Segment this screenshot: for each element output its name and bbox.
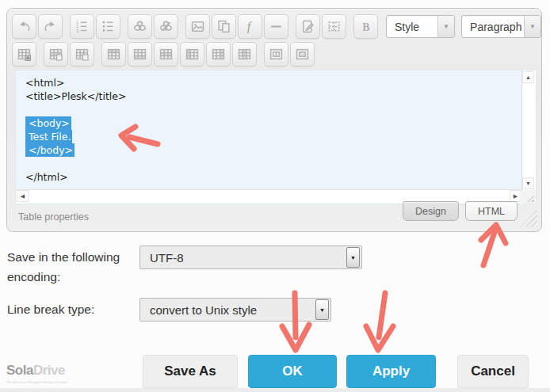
- svg-text:3: 3: [76, 29, 78, 33]
- table-row-properties-icon: [49, 48, 63, 61]
- soladrive-logo: SolaDrive The Enterprise Managed Solutio…: [6, 365, 101, 388]
- code-line: <html>: [25, 76, 522, 89]
- scroll-right-icon[interactable]: ▶: [510, 190, 521, 202]
- table-cell-properties-icon: [75, 48, 89, 61]
- scroll-down-icon[interactable]: ▼: [522, 177, 534, 189]
- merge-cells-icon: [296, 48, 309, 61]
- insert-link-button[interactable]: [128, 14, 152, 39]
- style-select[interactable]: Style ▼: [386, 15, 455, 38]
- split-merged-cells-icon: [269, 48, 283, 61]
- redo-button[interactable]: [38, 14, 63, 39]
- statusbar-path: Table properties: [18, 211, 89, 223]
- undo-icon: [17, 20, 31, 33]
- view-tabs: Design HTML: [403, 201, 518, 221]
- insert-link-icon: [133, 20, 147, 33]
- cancel-button[interactable]: Cancel: [457, 355, 529, 388]
- insert-column-after-icon: [212, 48, 225, 61]
- line-break-select-value: convert to Unix style: [140, 303, 315, 317]
- svg-text:f: f: [247, 20, 253, 33]
- insert-table-button[interactable]: [12, 42, 36, 67]
- code-content: <html><title>Plesk</title> <body> Test F…: [16, 70, 522, 190]
- paragraph-select[interactable]: Paragraph ▼: [461, 15, 541, 38]
- paragraph-select-value: Paragraph: [462, 21, 524, 33]
- apply-button[interactable]: Apply: [346, 355, 436, 388]
- delete-row-icon: [159, 48, 173, 61]
- edit-html-source-button[interactable]: [296, 14, 320, 39]
- save-as-button[interactable]: Save As: [143, 355, 238, 388]
- horizontal-rule-icon: [269, 20, 283, 33]
- toggle-guidelines-button[interactable]: [322, 14, 346, 39]
- code-line: </html>: [25, 170, 522, 184]
- edit-html-source-icon: [301, 20, 315, 33]
- delete-column-icon: [238, 48, 251, 61]
- insert-column-before-button[interactable]: [180, 42, 204, 67]
- scroll-up-icon[interactable]: ▲: [522, 71, 534, 83]
- logo-text-secondary: Drive: [33, 363, 65, 378]
- insert-row-after-button[interactable]: [128, 42, 152, 67]
- split-merged-cells-button[interactable]: [264, 42, 288, 67]
- insert-column-after-button[interactable]: [206, 42, 231, 67]
- scroll-left-icon[interactable]: ◀: [17, 190, 29, 202]
- code-line: [25, 103, 522, 116]
- insert-flash-icon: f: [243, 20, 257, 33]
- insert-row-after-icon: [133, 48, 147, 61]
- remove-link-button[interactable]: [154, 14, 178, 39]
- logo-tagline: The Enterprise Managed Solutions Provide…: [6, 377, 101, 388]
- table-cell-properties-button[interactable]: [70, 42, 94, 67]
- unordered-list-button[interactable]: [96, 14, 120, 39]
- merge-cells-button[interactable]: [290, 42, 315, 67]
- vertical-scrollbar[interactable]: ▲ ▼: [521, 70, 536, 190]
- chevron-down-icon: ▼: [346, 247, 360, 268]
- insert-column-before-icon: [185, 48, 199, 61]
- window-bottom-edge: [0, 388, 550, 392]
- chevron-down-icon: ▼: [524, 16, 540, 37]
- insert-row-before-button[interactable]: [101, 42, 126, 67]
- panel-resize-grip[interactable]: [520, 210, 537, 227]
- encoding-select-value: UTF-8: [140, 251, 346, 265]
- insert-image-button[interactable]: [185, 14, 210, 39]
- code-line: <title>Plesk</title>: [25, 89, 522, 103]
- code-line-selected: <body>: [25, 116, 522, 130]
- bold-button[interactable]: B: [353, 14, 378, 39]
- remove-link-icon: [159, 20, 173, 33]
- toggle-guidelines-icon: [327, 20, 341, 33]
- unordered-list-icon: [101, 20, 115, 33]
- insert-table-icon: [17, 48, 31, 61]
- line-break-select[interactable]: convert to Unix style ▼: [139, 298, 331, 322]
- annotation-arrow-apply-button: [360, 290, 398, 355]
- ordered-list-icon: 123: [75, 20, 89, 33]
- html-source-textarea[interactable]: <html><title>Plesk</title> <body> Test F…: [15, 70, 537, 204]
- plesk-file-editor-window: { "editor": { "toolbar": { "style_select…: [0, 0, 550, 392]
- chevron-down-icon: ▼: [437, 16, 454, 37]
- style-select-value: Style: [387, 21, 437, 33]
- line-break-label: Line break type:: [7, 299, 94, 319]
- ok-button[interactable]: OK: [248, 355, 337, 388]
- horizontal-rule-button[interactable]: [264, 14, 288, 39]
- toolbar-row-2: [7, 39, 541, 67]
- insert-flash-button[interactable]: f: [238, 14, 262, 39]
- redo-icon: [44, 20, 57, 33]
- delete-column-button[interactable]: [232, 42, 257, 67]
- paste-icon: [217, 20, 231, 33]
- code-line-selected: Test File.: [25, 130, 522, 143]
- paste-button[interactable]: [212, 14, 236, 39]
- encoding-label: Save in the following encoding:: [7, 247, 139, 287]
- tab-html[interactable]: HTML: [465, 201, 518, 221]
- textarea-resize-grip[interactable]: [522, 190, 536, 204]
- chevron-down-icon: ▼: [315, 299, 329, 320]
- logo-text-primary: Sola: [6, 363, 33, 378]
- insert-image-icon: [191, 20, 204, 33]
- table-row-properties-button[interactable]: [44, 42, 68, 67]
- code-line: [25, 157, 522, 170]
- bold-icon: B: [359, 20, 372, 33]
- insert-row-before-icon: [107, 48, 120, 61]
- toolbar-row-1: 123fB Style ▼ Paragraph ▼: [7, 9, 541, 39]
- undo-button[interactable]: [12, 14, 36, 39]
- encoding-select[interactable]: UTF-8 ▼: [139, 245, 362, 269]
- delete-row-button[interactable]: [154, 42, 178, 67]
- editor-panel: 123fB Style ▼ Paragraph ▼ <html><title>P…: [6, 8, 542, 232]
- code-line-selected: </body>: [25, 143, 522, 157]
- svg-text:B: B: [362, 21, 369, 33]
- tab-design[interactable]: Design: [403, 201, 459, 221]
- ordered-list-button[interactable]: 123: [70, 14, 94, 39]
